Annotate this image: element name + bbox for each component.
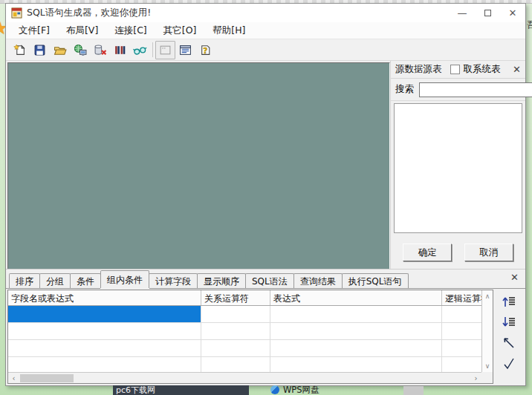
taskbar-fragment: [403, 386, 424, 395]
checkmark-icon: [502, 356, 516, 371]
globe-computer-icon: [74, 44, 87, 56]
form-view-button[interactable]: [175, 41, 195, 59]
menu-layout[interactable]: 布局[V]: [58, 23, 106, 39]
source-tables-list[interactable]: [394, 103, 522, 233]
properties-button-disabled[interactable]: [155, 41, 175, 59]
bottom-panel: 排序 分组 条件 组内条件 计算字段 显示顺序 SQL语法 查询结果 执行SQL…: [6, 269, 525, 385]
system-tables-checkbox[interactable]: [450, 65, 460, 74]
window-title: SQL语句生成器，欢迎你使用!: [27, 7, 151, 19]
system-tables-checkbox-label: 取系统表: [464, 63, 501, 76]
menubar: 文件[F] 布局[V] 连接[C] 其它[O] 帮助[H]: [6, 22, 525, 39]
columns-icon: [114, 44, 126, 56]
window-controls: — ✕: [450, 4, 525, 22]
help-button[interactable]: ?: [195, 41, 215, 59]
menu-other[interactable]: 其它[O]: [155, 23, 205, 39]
menu-connect[interactable]: 连接[C]: [106, 23, 155, 39]
source-panel-buttons: 确定 取消: [391, 236, 525, 269]
grid-cell[interactable]: [270, 357, 442, 373]
menu-help[interactable]: 帮助[H]: [204, 23, 253, 39]
new-file-icon: [13, 44, 26, 56]
move-down-button[interactable]: [500, 314, 518, 330]
database-red-x-icon: [94, 44, 107, 56]
grid-cell[interactable]: [201, 357, 270, 373]
column-header-expression[interactable]: 表达式: [270, 290, 442, 305]
source-panel-header: 源数据源表 取系统表 ✕: [391, 61, 525, 79]
source-panel-close-icon[interactable]: ✕: [513, 64, 521, 75]
grid-cell[interactable]: [201, 340, 270, 356]
scroll-up-icon[interactable]: ∧: [485, 290, 490, 302]
database-disconnect-button[interactable]: [90, 41, 110, 59]
source-panel-title: 源数据源表: [395, 63, 442, 76]
grid-cell[interactable]: [270, 306, 442, 322]
scrollbar-corner: [481, 372, 493, 383]
column-header-field[interactable]: 字段名或表达式: [8, 290, 201, 305]
grid-cell[interactable]: [201, 306, 270, 322]
tab-display-order[interactable]: 显示顺序: [197, 273, 246, 288]
save-button[interactable]: [30, 41, 50, 59]
search-input[interactable]: [419, 82, 532, 97]
tab-strip: 排序 分组 条件 组内条件 计算字段 显示顺序 SQL语法 查询结果 执行SQL…: [6, 270, 525, 289]
help-icon: ?: [199, 44, 212, 56]
preview-button[interactable]: [130, 41, 150, 59]
grid-header-row: 字段名或表达式 关系运算符 表达式 逻辑运算符: [8, 290, 493, 306]
background-text-fragment: 吾: [527, 19, 532, 29]
condition-grid: 字段名或表达式 关系运算符 表达式 逻辑运算符: [7, 290, 493, 384]
apply-button[interactable]: [500, 356, 518, 372]
grid-row-3: [8, 340, 493, 357]
grid-cell[interactable]: [8, 340, 201, 356]
close-button[interactable]: ✕: [500, 4, 525, 22]
scroll-down-icon[interactable]: ∨: [485, 360, 490, 372]
grid-cell[interactable]: [270, 323, 442, 339]
desktop-item-wps-drive[interactable]: WPS网盘: [270, 385, 319, 395]
grid-cell[interactable]: [201, 323, 270, 339]
maximize-button[interactable]: [475, 4, 500, 22]
grid-row-1: [8, 306, 493, 323]
glasses-icon: [133, 44, 147, 56]
source-tables-panel: 源数据源表 取系统表 ✕ 搜索 确定 取消: [390, 61, 525, 269]
toolbar: ?: [6, 39, 525, 61]
cancel-button[interactable]: 取消: [464, 244, 513, 261]
vertical-scrollbar[interactable]: ∧ ∨: [481, 290, 493, 372]
grid-cell[interactable]: [270, 340, 442, 356]
app-icon: [11, 7, 22, 19]
bottom-panel-close-icon[interactable]: ✕: [510, 272, 519, 283]
desktop-item-download-site[interactable]: pc6下载网: [113, 385, 249, 395]
grid-cell-selected[interactable]: [8, 306, 201, 322]
network-connect-button[interactable]: [70, 41, 90, 59]
scroll-left-icon[interactable]: ‹: [8, 374, 19, 382]
pointer-button[interactable]: [500, 335, 518, 351]
scroll-right-icon[interactable]: ›: [470, 374, 481, 382]
search-label: 搜索: [395, 83, 414, 96]
minimize-button[interactable]: —: [450, 4, 475, 22]
new-file-button[interactable]: [10, 41, 30, 59]
tab-execute-sql[interactable]: 执行SQL语句: [342, 273, 409, 288]
column-header-relational-operator[interactable]: 关系运算符: [201, 290, 270, 305]
tab-computed-field[interactable]: 计算字段: [149, 273, 198, 288]
tab-group[interactable]: 分组: [39, 273, 71, 288]
move-up-button[interactable]: [500, 293, 518, 310]
disabled-window-icon: [159, 44, 172, 56]
grid-cell[interactable]: [8, 323, 201, 339]
ok-button[interactable]: 确定: [403, 244, 452, 261]
move-down-icon: [502, 316, 516, 329]
move-up-icon: [502, 295, 516, 308]
horizontal-scroll-thumb[interactable]: [20, 374, 74, 382]
menu-file[interactable]: 文件[F]: [10, 23, 58, 39]
svg-text:?: ?: [203, 45, 207, 55]
tab-sort[interactable]: 排序: [9, 273, 40, 288]
grid-cell[interactable]: [8, 357, 201, 373]
tab-sql-syntax[interactable]: SQL语法: [245, 273, 294, 288]
form-window-icon: [179, 44, 192, 56]
horizontal-scrollbar[interactable]: ‹ ›: [8, 372, 481, 383]
wps-drive-icon: [270, 385, 279, 394]
mdi-client-area: [7, 62, 390, 269]
tab-group-condition[interactable]: 组内条件: [100, 270, 149, 288]
tab-condition[interactable]: 条件: [70, 273, 101, 288]
field-columns-button[interactable]: [110, 41, 130, 59]
tab-query-result[interactable]: 查询结果: [293, 273, 343, 288]
open-folder-icon: [53, 44, 67, 56]
open-button[interactable]: [50, 41, 70, 59]
desktop-background: ★ 吾 SQL语句生成器，欢迎你使用! — ✕ 文件[F] 布局[V] 连接[C…: [0, 0, 532, 395]
arrow-up-left-icon: [502, 336, 516, 350]
grid-row-2: [8, 323, 493, 340]
